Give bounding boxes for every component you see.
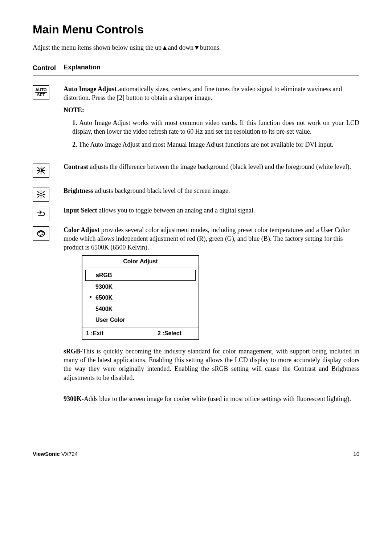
auto-image-adjust-desc: Auto Image Adjust automatically sizes, c…: [64, 85, 359, 102]
control-icon-cell: AUTO SET: [33, 85, 64, 100]
color-adjust-icon: [33, 226, 49, 241]
svg-point-19: [39, 232, 40, 233]
svg-line-4: [38, 167, 39, 169]
color-option-9300k[interactable]: 9300K: [85, 282, 196, 292]
row-auto-set: AUTO SET Auto Image Adjust automatically…: [33, 85, 359, 154]
color-option-user-color[interactable]: User Color: [85, 315, 196, 325]
notes-list: 1. Auto Image Adjust works with most com…: [64, 118, 359, 149]
svg-point-17: [40, 193, 42, 195]
color-adjust-footer: 1 :Exit 2 :Select: [82, 328, 199, 339]
9300k-desc: 9300K-Adds blue to the screen image for …: [64, 394, 359, 403]
explanation-brightness: Brightness adjusts background black leve…: [64, 186, 359, 199]
svg-point-21: [42, 232, 44, 233]
page-title: Main Menu Controls: [33, 22, 359, 37]
svg-line-16: [38, 196, 39, 197]
row-color-adjust: Color Adjust provides several color adju…: [33, 226, 359, 407]
contrast-icon: [33, 163, 49, 178]
svg-line-5: [43, 172, 44, 173]
color-option-srgb[interactable]: sRGB: [85, 270, 196, 281]
page-number: 10: [353, 450, 359, 458]
footer-model: VX724: [60, 451, 78, 457]
color-option-6500k[interactable]: 6500K: [85, 293, 196, 303]
footer-brand: ViewSonic: [33, 451, 60, 457]
input-select-icon: [33, 207, 49, 221]
svg-line-15: [43, 191, 44, 193]
color-adjust-list: sRGB 9300K 6500K 5400K User Color: [82, 267, 199, 328]
autoset-icon: AUTO SET: [33, 85, 49, 100]
select-label: 2 :Select: [140, 328, 199, 339]
note-label: NOTE:: [64, 106, 84, 114]
table-header: Control Explanation: [33, 63, 359, 76]
intro-text: Adjust the menu items shown below using …: [33, 43, 359, 52]
header-explanation: Explanation: [64, 63, 359, 72]
svg-point-20: [41, 231, 42, 232]
exit-label: 1 :Exit: [82, 328, 140, 339]
row-contrast: Contrast adjusts the difference between …: [33, 162, 359, 178]
explanation-color-adjust: Color Adjust provides several color adju…: [64, 226, 359, 407]
explanation-auto-set: Auto Image Adjust automatically sizes, c…: [64, 85, 359, 154]
header-control: Control: [33, 63, 64, 72]
color-option-5400k[interactable]: 5400K: [85, 304, 196, 314]
color-adjust-title: Color Adjust: [82, 256, 199, 267]
page-footer: ViewSonic VX724 10: [33, 450, 359, 458]
svg-line-14: [43, 196, 44, 197]
explanation-input-select: Input Select allows you to toggle betwee…: [64, 206, 359, 218]
svg-line-6: [43, 167, 44, 169]
color-adjust-menu: Color Adjust sRGB 9300K 6500K 5400K User…: [82, 255, 199, 339]
brightness-icon: [33, 187, 49, 202]
svg-line-7: [38, 172, 39, 173]
svg-line-13: [38, 191, 39, 193]
srgb-desc: sRGB-This is quickly becoming the indust…: [64, 347, 359, 382]
row-input-select: Input Select allows you to toggle betwee…: [33, 206, 359, 221]
row-brightness: Brightness adjusts background black leve…: [33, 186, 359, 202]
explanation-contrast: Contrast adjusts the difference between …: [64, 162, 359, 175]
